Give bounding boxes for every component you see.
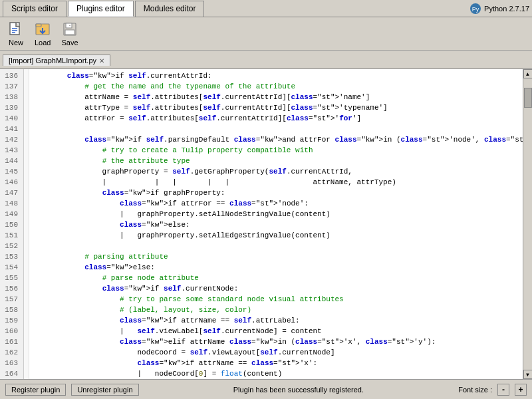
code-line	[32, 241, 520, 251]
line-number: 141	[3, 124, 21, 134]
load-button[interactable]: Load	[32, 20, 53, 48]
gutter	[24, 69, 29, 379]
code-line: class="kw">if self.currentAttrId:	[32, 70, 520, 81]
scrollbar-vertical[interactable]: ▲ ▼	[523, 69, 532, 379]
unregister-plugin-button[interactable]: Unregister plugin	[71, 384, 138, 396]
svg-rect-11	[65, 30, 74, 35]
code-line: class="kw">if graphProperty:	[32, 188, 520, 198]
line-number: 143	[3, 145, 21, 156]
new-label: New	[9, 39, 23, 47]
line-number: 157	[3, 294, 21, 305]
line-number: 156	[3, 283, 21, 294]
code-line: class="kw">if attrFor == class="st">'nod…	[32, 198, 520, 209]
status-message: Plugin has been successfully registered.	[144, 386, 454, 394]
save-button[interactable]: Save	[59, 20, 80, 48]
toolbar: New Load Save	[0, 17, 532, 51]
line-number: 160	[3, 326, 21, 336]
line-numbers: 1361371381391401411421431441451461471481…	[0, 69, 24, 379]
file-tab[interactable]: [Import] GraphMLImport.py ✕	[3, 55, 110, 66]
scroll-up-arrow[interactable]: ▲	[523, 69, 533, 78]
new-icon	[8, 21, 24, 37]
svg-text:Py: Py	[472, 6, 479, 13]
line-number: 146	[3, 177, 21, 188]
register-plugin-button[interactable]: Register plugin	[5, 384, 66, 396]
code-line: | graphProperty.setAllNodeStringValue(co…	[32, 209, 520, 219]
code-line: class="kw">elif attrName class="kw">in (…	[32, 336, 520, 347]
code-line	[32, 124, 520, 134]
code-line: class="kw">else:	[32, 219, 520, 230]
code-area[interactable]: class="kw">if self.currentAttrId: # get …	[29, 69, 523, 379]
code-line: | self.viewLabel[self.currentNode] = con…	[32, 326, 520, 336]
code-line: # the attribute type	[32, 156, 520, 166]
line-number: 144	[3, 156, 21, 166]
font-size-label: Font size :	[458, 386, 492, 394]
font-increase-button[interactable]: +	[515, 384, 527, 396]
file-tab-bar: [Import] GraphMLImport.py ✕	[0, 51, 532, 69]
font-decrease-button[interactable]: -	[497, 384, 509, 396]
code-line: | | | | | attrName, attrType)	[32, 177, 520, 188]
line-number: 148	[3, 198, 21, 209]
line-number: 136	[3, 70, 21, 81]
code-line: | nodeCoord[0] = float(content)	[32, 368, 520, 379]
code-line: | graphProperty.setAllEdgeStringValue(co…	[32, 230, 520, 241]
line-number: 162	[3, 347, 21, 358]
line-number: 159	[3, 315, 21, 326]
line-number: 140	[3, 113, 21, 124]
svg-rect-10	[66, 23, 72, 28]
line-number: 164	[3, 368, 21, 379]
code-line: class="kw">if attrName == class="st">'x'…	[32, 358, 520, 368]
line-number: 154	[3, 262, 21, 273]
line-number: 147	[3, 188, 21, 198]
line-number: 163	[3, 358, 21, 368]
line-number: 138	[3, 92, 21, 102]
code-line: # parse node attribute	[32, 273, 520, 283]
code-line: class="kw">if self.parsingDefault class=…	[32, 134, 520, 145]
line-number: 149	[3, 209, 21, 219]
python-badge: Py Python 2.7.17	[469, 3, 529, 15]
code-line: attrName = self.attributes[self.currentA…	[32, 92, 520, 102]
line-number: 161	[3, 336, 21, 347]
scroll-down-arrow[interactable]: ▼	[523, 370, 533, 379]
tab-plugins-editor[interactable]: Plugins editor	[68, 1, 134, 17]
line-number: 158	[3, 305, 21, 315]
scroll-thumb[interactable]	[524, 88, 532, 108]
line-number: 139	[3, 102, 21, 113]
line-number: 150	[3, 219, 21, 230]
load-label: Load	[35, 39, 51, 47]
save-icon	[62, 21, 78, 37]
code-line: # try to parse some standard node visual…	[32, 294, 520, 305]
line-number: 145	[3, 166, 21, 177]
editor-container: 1361371381391401411421431441451461471481…	[0, 69, 532, 379]
code-line: attrType = self.attributes[self.currentA…	[32, 102, 520, 113]
code-line: # (label, layout, size, color)	[32, 305, 520, 315]
code-line: attrFor = self.attributes[self.currentAt…	[32, 113, 520, 124]
line-number: 155	[3, 273, 21, 283]
status-bar: Register plugin Unregister plugin Plugin…	[0, 379, 532, 399]
code-line: class="kw">else:	[32, 262, 520, 273]
tab-modules-editor[interactable]: Modules editor	[135, 1, 205, 17]
tab-bar: Scripts editor Plugins editor Modules ed…	[0, 0, 532, 17]
code-line: # parsing attribute	[32, 251, 520, 262]
new-button[interactable]: New	[5, 20, 27, 48]
tab-scripts-editor[interactable]: Scripts editor	[3, 1, 66, 17]
load-icon	[35, 21, 51, 37]
code-line: graphProperty = self.getGraphProperty(se…	[32, 166, 520, 177]
save-label: Save	[61, 39, 78, 47]
python-icon: Py	[469, 3, 481, 15]
python-version: Python 2.7.17	[484, 5, 529, 13]
code-line: nodeCoord = self.viewLayout[self.current…	[32, 347, 520, 358]
code-line: class="kw">if self.currentNode:	[32, 283, 520, 294]
svg-rect-7	[36, 24, 41, 27]
line-number: 151	[3, 230, 21, 241]
line-number: 142	[3, 134, 21, 145]
line-number: 137	[3, 81, 21, 92]
code-line: # get the name and the typename of the a…	[32, 81, 520, 92]
file-tab-label: [Import] GraphMLImport.py	[9, 57, 96, 65]
code-line: # try to create a Tulip property compati…	[32, 145, 520, 156]
close-icon[interactable]: ✕	[99, 57, 104, 65]
line-number: 152	[3, 241, 21, 251]
line-number: 153	[3, 251, 21, 262]
code-line: class="kw">if attrName == self.attrLabel…	[32, 315, 520, 326]
